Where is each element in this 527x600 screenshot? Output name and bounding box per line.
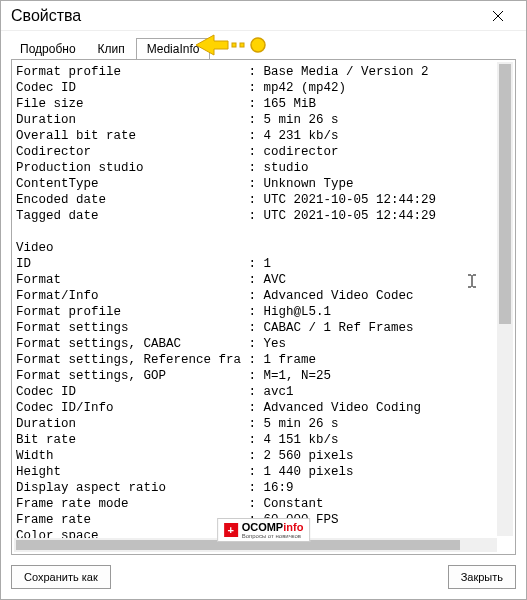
tab-clip[interactable]: Клип xyxy=(87,38,136,60)
tab-bar: Подробно Клип MediaInfo xyxy=(1,31,526,59)
text-cursor-icon xyxy=(464,273,480,289)
titlebar: Свойства xyxy=(1,1,526,31)
save-as-button[interactable]: Сохранить как xyxy=(11,565,111,589)
horizontal-scrollbar[interactable] xyxy=(14,538,497,552)
footer-bar: Сохранить как Закрыть xyxy=(1,555,526,599)
properties-window: Свойства Подробно Клип MediaInfo Format … xyxy=(0,0,527,600)
mediainfo-text[interactable]: Format profile : Base Media / Version 2 … xyxy=(16,64,511,550)
close-dialog-button[interactable]: Закрыть xyxy=(448,565,516,589)
close-button[interactable] xyxy=(478,2,518,30)
svg-rect-4 xyxy=(240,43,244,47)
vertical-scrollbar[interactable] xyxy=(497,62,513,536)
svg-point-5 xyxy=(251,38,265,52)
content-panel: Format profile : Base Media / Version 2 … xyxy=(11,59,516,555)
vertical-scrollbar-thumb[interactable] xyxy=(499,64,511,324)
svg-rect-3 xyxy=(232,43,236,47)
tab-details[interactable]: Подробно xyxy=(9,38,87,60)
window-title: Свойства xyxy=(11,7,81,25)
horizontal-scrollbar-thumb[interactable] xyxy=(16,540,460,550)
tab-mediainfo[interactable]: MediaInfo xyxy=(136,38,211,60)
close-icon xyxy=(493,11,503,21)
